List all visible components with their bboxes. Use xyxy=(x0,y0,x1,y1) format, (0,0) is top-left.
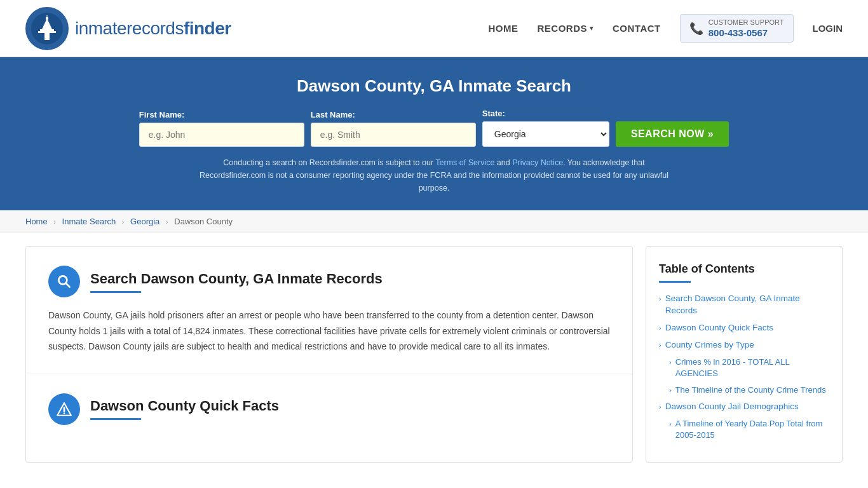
search-icon xyxy=(56,273,72,290)
support-info: CUSTOMER SUPPORT 800-433-0567 xyxy=(709,18,784,37)
breadcrumb-state[interactable]: Georgia xyxy=(130,217,159,226)
toc-item: ›County Crimes by Type xyxy=(659,339,829,351)
last-name-group: Last Name: xyxy=(311,110,476,147)
section2-header: Dawson County Quick Facts xyxy=(48,393,610,425)
breadcrumb-inmate-search[interactable]: Inmate Search xyxy=(62,217,116,226)
toc-item: ›The Timeline of the County Crime Trends xyxy=(669,384,829,396)
chevron-right-icon: › xyxy=(669,358,672,367)
nav-home[interactable]: HOME xyxy=(488,23,518,34)
chevron-right-icon: › xyxy=(659,341,661,350)
site-header: inmaterecordsfinder HOME RECORDS ▾ CONTA… xyxy=(0,0,868,57)
breadcrumb: Home › Inmate Search › Georgia › Dawson … xyxy=(0,210,868,233)
sidebar-toc: Table of Contents ›Search Dawson County,… xyxy=(646,246,843,463)
alert-icon xyxy=(56,401,72,417)
support-label: CUSTOMER SUPPORT xyxy=(709,18,784,27)
search-button[interactable]: SEARCH NOW » xyxy=(616,121,729,147)
search-form: First Name: Last Name: State: Georgia SE… xyxy=(25,109,843,147)
toc-item-label: The Timeline of the County Crime Trends xyxy=(675,384,826,396)
section-inmate-records: Search Dawson County, GA Inmate Records … xyxy=(26,247,632,374)
phone-icon: 📞 xyxy=(689,22,703,36)
breadcrumb-sep-2: › xyxy=(122,218,125,226)
nav-login[interactable]: LOGIN xyxy=(813,23,843,34)
support-number: 800-433-0567 xyxy=(709,27,784,38)
state-label: State: xyxy=(482,109,505,118)
toc-link[interactable]: ›County Crimes by Type xyxy=(659,339,829,351)
toc-item-label: A Timeline of Yearly Data Pop Total from… xyxy=(675,418,829,441)
chevron-right-icon: › xyxy=(659,402,661,412)
breadcrumb-sep-1: › xyxy=(53,218,56,226)
section2-title: Dawson County Quick Facts xyxy=(90,398,279,414)
svg-rect-6 xyxy=(47,15,48,18)
toc-item: ›Crimes % in 2016 - TOTAL ALL AGENCIES xyxy=(669,356,829,379)
svg-point-11 xyxy=(64,412,65,414)
section1-title-block: Search Dawson County, GA Inmate Records xyxy=(90,271,383,293)
nav-records[interactable]: RECORDS ▾ xyxy=(537,23,593,34)
toc-list: ›Search Dawson County, GA Inmate Records… xyxy=(659,293,829,441)
last-name-label: Last Name: xyxy=(311,110,355,119)
toc-item-label: Crimes % in 2016 - TOTAL ALL AGENCIES xyxy=(675,356,829,379)
section2-underline xyxy=(90,418,141,420)
breadcrumb-home[interactable]: Home xyxy=(25,217,48,226)
toc-item-label: County Crimes by Type xyxy=(665,339,754,351)
toc-item: ›A Timeline of Yearly Data Pop Total fro… xyxy=(669,418,829,441)
toc-title: Table of Contents xyxy=(659,262,829,276)
first-name-label: First Name: xyxy=(139,110,185,119)
toc-item: ›Search Dawson County, GA Inmate Records xyxy=(659,293,829,317)
section2-title-block: Dawson County Quick Facts xyxy=(90,398,279,420)
chevron-right-icon: › xyxy=(669,386,672,395)
svg-line-8 xyxy=(66,283,70,287)
chevron-right-icon: › xyxy=(659,294,661,304)
section1-body: Dawson County, GA jails hold prisoners a… xyxy=(48,308,610,355)
section1-underline xyxy=(90,291,141,293)
nav-contact[interactable]: CONTACT xyxy=(613,23,661,34)
content-left: Search Dawson County, GA Inmate Records … xyxy=(25,246,633,463)
section-quick-facts: Dawson County Quick Facts xyxy=(26,374,632,454)
toc-link[interactable]: ›Search Dawson County, GA Inmate Records xyxy=(659,293,829,317)
alert-section-icon xyxy=(48,393,80,425)
chevron-down-icon: ▾ xyxy=(590,24,593,32)
main-content: Search Dawson County, GA Inmate Records … xyxy=(0,233,868,475)
main-nav: HOME RECORDS ▾ CONTACT 📞 CUSTOMER SUPPOR… xyxy=(488,14,843,42)
toc-item-label: Search Dawson County, GA Inmate Records xyxy=(665,293,829,317)
first-name-input[interactable] xyxy=(139,123,304,147)
toc-link[interactable]: ›Crimes % in 2016 - TOTAL ALL AGENCIES xyxy=(669,356,829,379)
toc-item: ›Dawson County Quick Facts xyxy=(659,322,829,334)
tos-link[interactable]: Terms of Service xyxy=(435,158,494,167)
last-name-input[interactable] xyxy=(311,123,476,147)
customer-support-box: 📞 CUSTOMER SUPPORT 800-433-0567 xyxy=(680,14,794,42)
logo-text: inmaterecordsfinder xyxy=(75,18,231,39)
first-name-group: First Name: xyxy=(139,110,304,147)
toc-link[interactable]: ›The Timeline of the County Crime Trends xyxy=(669,384,829,396)
toc-item-label: Dawson County Jail Demographics xyxy=(665,401,799,413)
logo-icon xyxy=(25,7,69,50)
state-select[interactable]: Georgia xyxy=(482,121,609,147)
logo: inmaterecordsfinder xyxy=(25,7,231,50)
section1-header: Search Dawson County, GA Inmate Records xyxy=(48,266,610,297)
toc-link[interactable]: ›A Timeline of Yearly Data Pop Total fro… xyxy=(669,418,829,441)
toc-underline xyxy=(659,281,691,283)
breadcrumb-sep-3: › xyxy=(166,218,168,226)
hero-section: Dawson County, GA Inmate Search First Na… xyxy=(0,57,868,210)
chevron-right-icon: › xyxy=(669,419,672,429)
privacy-link[interactable]: Privacy Notice xyxy=(512,158,563,167)
chevron-right-icon: › xyxy=(659,323,661,333)
nav-records-link[interactable]: RECORDS xyxy=(537,23,587,34)
toc-link[interactable]: ›Dawson County Quick Facts xyxy=(659,322,829,334)
section1-title: Search Dawson County, GA Inmate Records xyxy=(90,271,383,287)
search-section-icon xyxy=(48,266,80,297)
hero-title: Dawson County, GA Inmate Search xyxy=(25,76,843,96)
svg-rect-3 xyxy=(40,29,54,32)
breadcrumb-current: Dawson County xyxy=(174,217,233,226)
hero-disclaimer: Conducting a search on Recordsfinder.com… xyxy=(196,156,672,194)
toc-item-label: Dawson County Quick Facts xyxy=(665,322,773,334)
state-group: State: Georgia xyxy=(482,109,609,147)
toc-item: ›Dawson County Jail Demographics xyxy=(659,401,829,413)
toc-link[interactable]: ›Dawson County Jail Demographics xyxy=(659,401,829,413)
